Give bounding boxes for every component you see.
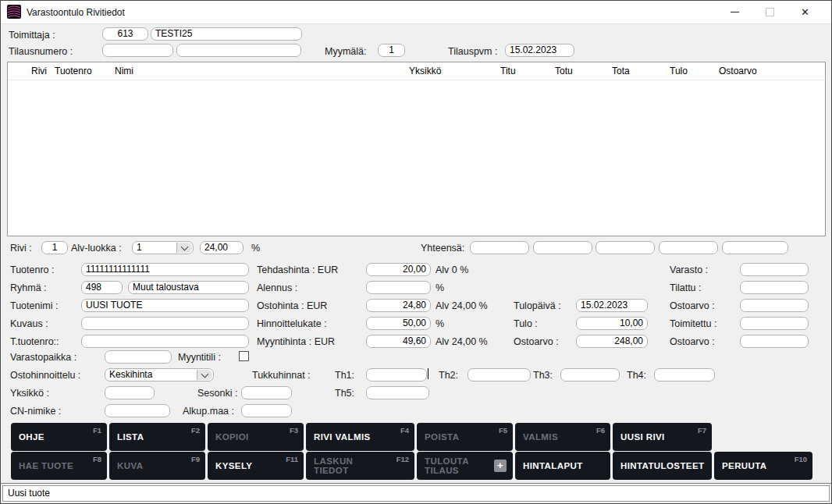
fkey-badge: F11 [286,455,298,463]
tehdashinta-field[interactable]: 20,00 [366,263,431,276]
fkey-badge: F5 [499,426,507,435]
ostohinnoittelu-select[interactable]: Keskihinta [105,368,214,382]
sesonki-label: Sesonki : [197,388,237,399]
tulouta-tilaus-button: TULOUTA TILAUS + [417,452,513,480]
kysely-button[interactable]: KYSELYF11 [208,452,304,480]
window-varastoontulo-rivitiedot: Varastoontulo Rivitiedot ✕ Toimittaja : … [0,0,832,504]
varasto-field[interactable] [740,263,809,276]
myyntihinta-label: Myyntihinta : EUR [257,336,335,347]
hae-tuote-button: HAE TUOTEF8 [11,452,107,480]
fkey-badge: F4 [400,426,409,435]
fkey-badge: F6 [596,426,605,435]
chevron-down-icon[interactable] [197,370,212,380]
th3-field[interactable] [560,368,620,382]
tuotenro-label: Tuotenro : [10,264,55,275]
window-title: Varastoontulo Rivitiedot [27,7,125,18]
lista-button[interactable]: LISTAF2 [109,423,205,451]
myyntihinta-field[interactable]: 49,60 [366,335,431,348]
col-tulo: Tulo [670,66,688,76]
poista-button: POISTAF5 [417,423,513,451]
stock-ostoarvo1-field[interactable] [740,299,809,312]
yhteensa-field-1[interactable] [470,241,529,254]
varastopaikka-label: Varastopaikka : [10,352,76,363]
yhteensa-field-2[interactable] [533,241,592,254]
th4-field[interactable] [654,368,715,382]
ryhma-name-field[interactable]: Muut taloustava [128,281,249,294]
tulopaiva-field[interactable]: 15.02.2023 [576,299,648,312]
alennus-label: Alennus : [257,282,297,293]
minimize-button[interactable] [717,1,752,23]
chevron-down-icon[interactable] [176,243,192,253]
alv-luokka-select[interactable]: 1 [132,241,194,254]
alv-pct-field[interactable]: 24,00 [200,241,244,254]
peruuta-button[interactable]: PERUUTAF10 [714,452,812,480]
stock-ostoarvo2-field[interactable] [740,335,809,348]
hintatulosteet-button[interactable]: HINTATULOSTEET [613,452,712,480]
hinnoittelukate-label: Hinnoittelukate : [257,318,327,329]
tilattu-field[interactable] [740,281,809,294]
tilattu-label: Tilattu : [670,282,702,293]
rows-table[interactable]: Rivi Tuotenro Nimi Yksikkö Titu Totu Tot… [7,62,826,236]
t-tuotenro-field[interactable] [81,335,249,348]
col-ostoarvo: Ostoarvo [719,66,757,76]
tulopaiva-label: Tulopäivä : [514,300,561,311]
tuotenimi-label: Tuotenimi : [10,300,58,311]
myyntitili-label: Myyntitili : [178,352,221,363]
fkey-badge: F1 [93,426,101,435]
col-tota: Tota [612,66,630,76]
fkey-badge: F12 [396,455,409,463]
yhteensa-field-3[interactable] [596,241,655,254]
tilauspvm-field[interactable]: 15.02.2023 [505,44,574,57]
myyntihinta-alv: Alv 24,00 % [436,336,488,347]
uusi-rivi-button[interactable]: UUSI RIVIF7 [613,423,712,451]
kuvaus-label: Kuvaus : [10,318,48,329]
yhteensa-field-4[interactable] [659,241,718,254]
hinnoittelukate-suffix: % [436,318,444,329]
th1-field[interactable] [366,368,427,382]
tulo-field[interactable]: 10,00 [576,317,648,330]
tilausnumero-field-2[interactable] [176,44,301,57]
rivi-field[interactable]: 1 [41,241,68,254]
fkey-badge: F8 [93,455,101,463]
th5-field[interactable] [366,386,429,399]
th2-field[interactable] [468,368,531,382]
myyntitili-checkbox[interactable] [239,351,249,361]
sesonki-field[interactable] [241,386,292,399]
tuotenro-field[interactable]: 11111111111111 [81,263,249,276]
ostoarvo-field[interactable]: 248,00 [576,335,648,348]
ryhma-code-field[interactable]: 498 [81,281,123,294]
toimitettu-label: Toimitettu : [670,318,716,329]
kuva-button: KUVAF9 [109,452,205,480]
myymala-label: Myymälä: [325,46,366,57]
ohje-button[interactable]: OHJEF1 [11,423,107,451]
alennus-field[interactable] [366,281,431,294]
tehdashinta-alv: Alv 0 % [436,264,468,275]
cn-nimike-field[interactable] [105,404,170,417]
yhteensa-field-5[interactable] [722,241,788,254]
toimittaja-code-field[interactable]: 613 [102,27,148,41]
close-button[interactable]: ✕ [788,1,823,23]
varastopaikka-field[interactable] [105,350,172,364]
th2-label: Th2: [439,370,458,381]
fkey-badge: F7 [698,426,706,435]
th1-label: Th1: [335,370,354,381]
col-rivi: Rivi [31,66,47,76]
laskun-tiedot-button: LASKUN TIEDOTF12 [306,452,414,480]
tuotenimi-field[interactable]: UUSI TUOTE [81,299,249,312]
hintalaput-button[interactable]: HINTALAPUT [515,452,610,480]
toimittaja-label: Toimittaja : [9,30,55,41]
plus-icon[interactable]: + [494,460,507,472]
alkup-maa-field[interactable] [241,404,292,417]
myymala-field[interactable]: 1 [378,44,405,57]
tilauspvm-label: Tilauspvm : [448,46,497,57]
tukkuhinnat-label: Tukkuhinnat : [252,370,311,381]
hinnoittelukate-field[interactable]: 50,00 [366,317,431,330]
toimittaja-name-field[interactable]: TESTI25 [151,27,302,41]
ostohinta-field[interactable]: 24,80 [366,299,431,312]
kuvaus-field[interactable] [81,317,249,330]
rivi-valmis-button[interactable]: RIVI VALMISF4 [306,423,414,451]
toimitettu-field[interactable] [740,317,809,330]
tilausnumero-field-1[interactable] [102,44,173,57]
stock-ostoarvo1-label: Ostoarvo : [670,300,715,311]
yksikko-field[interactable] [105,386,155,399]
